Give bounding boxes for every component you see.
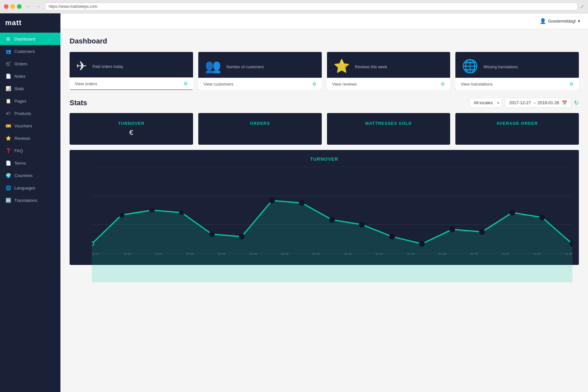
svg-point-20 — [540, 215, 545, 220]
sidebar-label-orders: Orders — [14, 61, 27, 66]
card-bottom-paid-orders[interactable]: View orders ⚙ — [70, 77, 193, 90]
card-link-icon-customers: ⚙ — [312, 81, 317, 87]
reviews-icon: ⭐ — [5, 136, 11, 141]
terms-icon: 📄 — [5, 160, 11, 166]
sidebar-item-reviews[interactable]: ⭐ Reviews — [0, 132, 60, 144]
sidebar-label-languages: Languages — [14, 186, 35, 190]
locale-select[interactable]: All locales English Dutch — [469, 98, 502, 108]
card-link-icon-reviews: ⚙ — [441, 81, 445, 87]
card-label-paid-orders: Paid orders today — [92, 64, 123, 69]
minimize-dot[interactable] — [10, 4, 15, 9]
svg-point-18 — [480, 229, 484, 234]
sidebar-item-translations[interactable]: 🔤 Translations — [0, 194, 60, 206]
chart-title: TURNOVER — [76, 156, 572, 162]
sidebar-item-stats[interactable]: 📊 Stats — [0, 82, 60, 95]
back-button[interactable]: ← — [24, 3, 33, 10]
svg-point-9 — [209, 232, 214, 237]
svg-point-5 — [92, 242, 94, 246]
svg-point-17 — [450, 227, 455, 232]
refresh-button[interactable]: ↻ — [574, 99, 579, 106]
user-dropdown-icon: ▾ — [578, 19, 580, 24]
x-label-9: 01-14 — [376, 252, 383, 255]
svg-point-10 — [239, 234, 244, 239]
x-label-15: 01-26 — [565, 252, 572, 255]
stat-box-label-0: TURNOVER — [76, 121, 187, 126]
svg-point-11 — [270, 198, 274, 203]
countries-icon: 🌍 — [5, 173, 11, 178]
sidebar-item-customers[interactable]: 👥 Customers — [0, 45, 60, 57]
card-link-text-paid-orders: View orders — [75, 81, 97, 86]
svg-point-12 — [299, 201, 304, 205]
card-label-translations: Missing translations — [483, 65, 518, 69]
x-label-7: 01-10 — [313, 252, 320, 255]
card-link-text-customers: View customers — [204, 82, 234, 87]
dashboard-icon: ⊞ — [5, 36, 11, 41]
sidebar-item-languages[interactable]: 🌐 Languages — [0, 182, 60, 194]
card-reviews[interactable]: ⭐ Reviews this week View reviews ⚙ — [327, 52, 450, 90]
sidebar-label-customers: Customers — [14, 49, 35, 54]
card-bottom-customers[interactable]: View customers ⚙ — [198, 78, 322, 90]
svg-point-19 — [510, 210, 515, 215]
user-menu[interactable]: 👤 Goedemiddag! ▾ — [540, 18, 580, 24]
x-label-4: 01-04 — [218, 252, 225, 255]
sidebar-label-dashboard: Dashboard — [14, 37, 35, 41]
sidebar-label-faq: FAQ — [14, 148, 23, 153]
sidebar-label-products: Products — [14, 111, 31, 116]
sidebar-item-products[interactable]: 🏷 Products — [0, 107, 60, 120]
sidebar-item-faq[interactable]: ❓ FAQ — [0, 144, 60, 157]
sidebar-item-dashboard[interactable]: ⊞ Dashboard — [0, 33, 60, 45]
stat-box-3: AVERAGE ORDER — [455, 113, 579, 145]
card-bottom-reviews[interactable]: View reviews ⚙ — [327, 78, 450, 90]
locale-select-wrap: All locales English Dutch — [469, 98, 502, 108]
products-icon: 🏷 — [5, 111, 11, 116]
orders-icon: 🛒 — [5, 61, 11, 66]
sidebar-item-terms[interactable]: 📄 Terms — [0, 157, 60, 169]
expand-icon[interactable]: ⤢ — [580, 4, 584, 9]
card-top-translations: 🌐 Missing translations — [455, 52, 579, 78]
sidebar-item-orders[interactable]: 🛒 Orders — [0, 57, 60, 70]
card-link-text-translations: View translations — [461, 82, 493, 87]
translations-icon: 🌐 — [462, 58, 478, 74]
chart-y-labels — [76, 167, 91, 249]
sidebar: matt ⊞ Dashboard 👥 Customers 🛒 Orders 📄 … — [0, 13, 60, 392]
sidebar-item-countries[interactable]: 🌍 Countries — [0, 169, 60, 182]
card-label-customers: Number of customers — [226, 65, 264, 69]
card-info-paid-orders: Paid orders today — [92, 63, 123, 69]
stat-boxes: TURNOVER € ORDERS MATTRESSES SOLD AVERAG… — [70, 113, 579, 145]
faq-icon: ❓ — [5, 148, 11, 153]
user-icon: 👤 — [540, 18, 546, 24]
card-bottom-translations[interactable]: View translations ⚙ — [455, 78, 579, 90]
maximize-dot[interactable] — [17, 4, 22, 9]
sidebar-label-stats: Stats — [14, 86, 24, 91]
customers-icon: 👥 — [5, 49, 11, 54]
svg-point-7 — [150, 208, 155, 213]
date-range[interactable]: 2017-12-27 → 2018-01-26 📅 — [505, 98, 571, 108]
forward-button[interactable]: → — [34, 3, 42, 10]
svg-point-13 — [330, 217, 335, 222]
card-top-customers: 👥 Number of customers — [198, 52, 322, 78]
url-bar[interactable]: https://www.mattsleeps.com — [45, 3, 578, 10]
card-translations[interactable]: 🌐 Missing translations View translations… — [455, 52, 579, 90]
sidebar-item-notes[interactable]: 📄 Notes — [0, 70, 60, 82]
x-label-6: 01-08 — [281, 252, 288, 255]
pages-icon: 📋 — [5, 98, 11, 104]
sidebar-label-reviews: Reviews — [14, 136, 30, 141]
stat-box-1: ORDERS — [198, 113, 322, 145]
stat-box-label-1: ORDERS — [205, 121, 315, 126]
svg-point-6 — [119, 213, 124, 218]
card-paid-orders[interactable]: ✈ Paid orders today View orders ⚙ — [70, 52, 193, 90]
sidebar-item-pages[interactable]: 📋 Pages — [0, 95, 60, 107]
card-top-paid-orders: ✈ Paid orders today — [70, 52, 193, 77]
close-dot[interactable] — [4, 4, 8, 9]
sidebar-item-vouchers[interactable]: 🎫 Vouchers — [0, 120, 60, 132]
browser-dots — [4, 4, 22, 9]
card-link-icon-translations: ⚙ — [569, 81, 574, 87]
sidebar-label-translations: Translations — [14, 198, 37, 203]
chart-x-labels: 12-2712-2912-3101-0201-0401-0601-0801-10… — [92, 249, 572, 258]
calendar-icon: 📅 — [562, 100, 567, 105]
date-range-text: 2017-12-27 → 2018-01-26 — [509, 100, 559, 105]
translations-icon: 🔤 — [5, 198, 11, 203]
stats-header: Stats All locales English Dutch 2017-12-… — [70, 98, 579, 108]
card-info-reviews: Reviews this week — [355, 63, 387, 69]
card-customers[interactable]: 👥 Number of customers View customers ⚙ — [198, 52, 322, 90]
